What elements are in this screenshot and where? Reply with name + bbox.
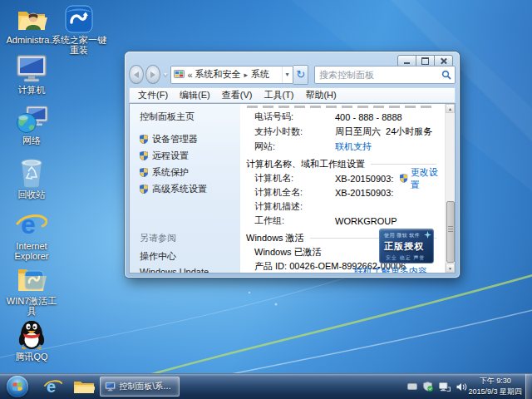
- sidebar: 控制面板主页 设备管理器 远程设置 系统保护 高级系统设置 另请参阅: [130, 104, 240, 273]
- breadcrumb-overflow[interactable]: «: [187, 70, 192, 80]
- desktop-icon-label: 回收站: [3, 190, 60, 200]
- scroll-down-button[interactable]: ▼: [446, 264, 455, 273]
- sidebar-windows-update[interactable]: Windows Update: [140, 267, 240, 273]
- show-desktop-button[interactable]: [525, 374, 532, 399]
- network-status-icon[interactable]: [439, 382, 451, 392]
- menu-bar: 文件(F) 编辑(E) 查看(V) 工具(T) 帮助(H): [129, 87, 456, 103]
- main-content: 电话号码: 400 - 888 - 8888 支持小时数: 周日至周六 24小时…: [240, 104, 445, 273]
- uac-shield-icon: [140, 151, 148, 160]
- desktop-icon-qq[interactable]: 腾讯QQ: [3, 318, 60, 362]
- sidebar-item-label: 系统保护: [152, 166, 189, 179]
- scrollbar-thumb[interactable]: [446, 201, 455, 263]
- system-window-icon: [105, 381, 116, 392]
- support-hours-row: 支持小时数: 周日至周六 24小时服务: [254, 126, 445, 137]
- system-window: ▼ « 系统和安全 ▸ 系统 ▾ ↻: [125, 52, 460, 278]
- menu-help[interactable]: 帮助(H): [299, 89, 342, 101]
- sidebar-advanced-settings[interactable]: 高级系统设置: [140, 183, 240, 195]
- address-bar[interactable]: « 系统和安全 ▸ 系统 ▾: [170, 66, 293, 84]
- menu-tools[interactable]: 工具(T): [258, 89, 299, 101]
- hidden-icons-button[interactable]: [407, 382, 417, 391]
- desktop-icon-label: 系统之家一键重装: [50, 35, 108, 55]
- breadcrumb-system[interactable]: 系统: [251, 68, 269, 81]
- scroll-up-button[interactable]: ▲: [446, 104, 455, 113]
- desktop-icon-label: 计算机: [3, 85, 60, 95]
- badge-main-text: 正版授权: [384, 240, 433, 253]
- row-value: 周日至周六 24小时服务: [335, 126, 432, 138]
- clock-time: 下午 9:30: [468, 376, 522, 387]
- row-label: 网站:: [254, 140, 335, 153]
- desktop-icon-label: 腾讯QQ: [3, 352, 60, 362]
- genuine-badge: 使用 微软 软件 正版授权 安全 稳定 声誉: [379, 229, 434, 264]
- section-title: 计算机名称、域和工作组设置: [246, 158, 365, 170]
- taskbar-control-panel-task[interactable]: 控制面板\系统和...: [100, 377, 180, 397]
- taskbar-ie-button[interactable]: e: [43, 377, 63, 397]
- clock-date: 2015/9/3 星期四: [468, 387, 522, 397]
- row-value: 400 - 888 - 8888: [335, 112, 402, 122]
- desktop-icon-computer[interactable]: 计算机: [3, 55, 60, 95]
- forward-arrow-icon: [150, 71, 159, 78]
- forward-button[interactable]: [145, 65, 160, 84]
- search-input[interactable]: [315, 70, 441, 80]
- task-button-label: 控制面板\系统和...: [119, 381, 175, 392]
- back-arrow-icon: [131, 71, 139, 78]
- computer-icon: [15, 55, 48, 83]
- address-dropdown-icon[interactable]: ▾: [282, 66, 291, 83]
- menu-view[interactable]: 查看(V): [216, 89, 259, 101]
- sidebar-system-protection[interactable]: 系统保护: [140, 166, 240, 179]
- user-folder-icon: [15, 5, 48, 33]
- windows-flag-icon: [12, 381, 23, 392]
- desktop-icon-label: WIN7激活工具: [3, 296, 60, 316]
- breadcrumb-security[interactable]: 系统和安全: [195, 68, 241, 81]
- sidebar-remote-settings[interactable]: 远程设置: [140, 150, 240, 162]
- menu-file[interactable]: 文件(F): [132, 89, 174, 101]
- volume-icon[interactable]: [456, 382, 467, 392]
- uac-shield-icon: [140, 185, 148, 194]
- desktop-icon-system-reinstall[interactable]: 系统之家一键重装: [50, 5, 108, 55]
- row-value: WORKGROUP: [335, 216, 397, 226]
- desktop-icon-label: 网络: [3, 135, 60, 145]
- activation-status: Windows 已激活: [254, 246, 322, 259]
- row-label: 支持小时数:: [254, 126, 335, 138]
- refresh-button[interactable]: ↻: [293, 65, 308, 85]
- start-button[interactable]: [7, 376, 28, 397]
- online-support-link[interactable]: 联机支持: [335, 140, 372, 153]
- taskbar-explorer-button[interactable]: [73, 378, 95, 398]
- clipped-text-row: [247, 106, 431, 108]
- desktop: Administra... 系统之家一键重装 计算机: [0, 0, 532, 399]
- row-label: 计算机描述:: [254, 200, 335, 213]
- uac-shield-icon: [140, 135, 148, 144]
- desktop-icon-recycle-bin[interactable]: 回收站: [3, 156, 60, 200]
- ie-icon: e: [44, 377, 62, 396]
- taskbar-clock[interactable]: 下午 9:30 2015/9/3 星期四: [468, 376, 522, 397]
- sidebar-device-manager[interactable]: 设备管理器: [140, 133, 240, 145]
- sidebar-control-panel-home[interactable]: 控制面板主页: [140, 111, 240, 123]
- vertical-scrollbar[interactable]: ▲ ▼: [445, 104, 455, 273]
- recent-pages-dropdown[interactable]: ▼: [163, 71, 169, 77]
- svg-text:e: e: [21, 209, 36, 239]
- uac-shield-icon: [140, 168, 148, 177]
- see-also-header: 另请参阅: [140, 232, 240, 244]
- row-label: 计算机名:: [254, 172, 335, 185]
- back-button[interactable]: [129, 65, 144, 84]
- network-icon: [15, 106, 48, 134]
- recycle-bin-icon: [18, 156, 45, 188]
- desktop-icon-network[interactable]: 网络: [3, 106, 60, 145]
- svg-text:e: e: [47, 377, 56, 396]
- badge-star-icon: [424, 231, 431, 239]
- sidebar-action-center[interactable]: 操作中心: [140, 250, 240, 263]
- row-value: XB-20150903:: [335, 188, 393, 198]
- menu-edit[interactable]: 编辑(E): [174, 89, 216, 101]
- security-shield-icon[interactable]: [423, 382, 433, 392]
- learn-more-link[interactable]: 联机了解更多内容...: [354, 265, 435, 273]
- uac-shield-icon: [400, 174, 407, 183]
- search-box[interactable]: [314, 66, 456, 84]
- desktop-icon-label: Internet Explorer: [3, 241, 60, 261]
- desktop-icon-win7-activator[interactable]: WIN7激活工具: [3, 264, 60, 316]
- change-settings[interactable]: 更改设置: [400, 166, 445, 191]
- change-settings-link[interactable]: 更改设置: [411, 166, 445, 191]
- desktop-icon-internet-explorer[interactable]: e Internet Explorer: [3, 209, 60, 261]
- sidebar-item-label: 远程设置: [152, 150, 189, 162]
- reinstall-app-icon: [65, 5, 93, 33]
- phone-row: 电话号码: 400 - 888 - 8888: [254, 111, 445, 122]
- row-label: 计算机全名:: [254, 186, 335, 199]
